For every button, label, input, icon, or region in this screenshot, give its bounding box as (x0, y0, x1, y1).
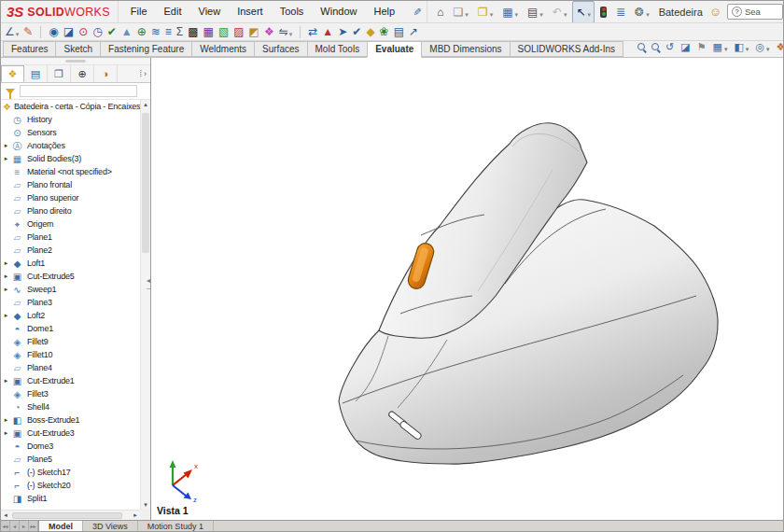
toolbar-button[interactable]: ▤ (524, 1, 547, 23)
panel-tab[interactable]: ❖ (1, 65, 24, 82)
view-tool[interactable] (651, 43, 659, 50)
tree-item[interactable]: ▱ Plane2 (1, 244, 140, 257)
toolbar-button[interactable]: ≣ (612, 4, 629, 21)
ribbon-tool[interactable]: ⊙ (78, 26, 88, 38)
document-tab[interactable]: Model (38, 521, 83, 531)
tree-item[interactable]: ▱ Plano frontal (1, 178, 140, 191)
menu-item[interactable]: Edit (156, 1, 190, 22)
toolbar-button[interactable] (596, 4, 610, 21)
expand-arrow-icon[interactable] (1, 416, 11, 424)
tree-item[interactable]: ▣ Cut-Extrude1 (1, 374, 140, 387)
tree-item[interactable]: ▱ Plane4 (1, 361, 140, 374)
tab-nav-button[interactable]: ◂◂ (1, 521, 10, 531)
tree-item[interactable]: ◆ Loft2 (1, 309, 140, 322)
scroll-thumb[interactable] (12, 512, 122, 519)
expand-arrow-icon[interactable] (1, 286, 11, 293)
ribbon-tool[interactable]: ▧ (218, 26, 229, 38)
tree-item[interactable]: ◆ Loft1 (1, 257, 140, 270)
scroll-right-icon[interactable]: ▸ (131, 511, 140, 519)
ribbon-tool[interactable]: ◪ (63, 26, 74, 38)
scroll-up-icon[interactable]: ▴ (141, 101, 150, 108)
tree-item[interactable]: ◈ Fillet3 (1, 387, 140, 400)
expand-arrow-icon[interactable] (1, 155, 11, 162)
ribbon-tool[interactable]: ≡ (165, 26, 172, 38)
tree-item[interactable]: ▣ Cut-Extrude5 (1, 270, 140, 283)
ribbon-tab[interactable]: MBD Dimensions (421, 41, 510, 57)
ribbon-tool[interactable]: ∠ (5, 23, 19, 40)
ribbon-tool[interactable]: ▲ (121, 26, 133, 38)
ribbon-tab[interactable]: SOLIDWORKS Add-Ins (510, 41, 623, 57)
document-tab[interactable]: 3D Views (83, 521, 138, 531)
ribbon-tool[interactable]: ◆ (366, 26, 374, 38)
menu-item[interactable]: Tools (272, 1, 313, 22)
menu-item[interactable]: Window (312, 1, 365, 22)
tree-item[interactable]: ◧ Boss-Extrude1 (1, 413, 140, 427)
panel-tab[interactable]: ◑ (94, 65, 118, 82)
ribbon-tab[interactable]: Fastening Feature (100, 41, 192, 57)
tree-filter-input[interactable] (20, 85, 137, 97)
panel-tab[interactable]: ▤ (24, 65, 48, 82)
tree-root-item[interactable]: ❖ Batedeira - certa - Cópia - Encaixes (… (1, 100, 140, 113)
scroll-thumb[interactable] (142, 113, 149, 253)
ribbon-tool[interactable]: ▦ (203, 26, 214, 38)
view-tool[interactable]: ❖ (777, 38, 784, 55)
expand-arrow-icon[interactable] (1, 142, 11, 149)
ribbon-tool[interactable]: ⊕ (137, 26, 147, 38)
tree-item[interactable]: ▱ Plano direito (1, 204, 140, 217)
tab-nav-button[interactable]: ▸ (20, 521, 29, 531)
ribbon-tool[interactable]: ✎ (23, 26, 33, 38)
tree-item[interactable]: ▱ Plane1 (1, 231, 140, 244)
view-tool[interactable]: ◎ (755, 38, 769, 55)
ribbon-tool[interactable]: ↗ (409, 26, 418, 38)
scroll-down-icon[interactable]: ▾ (141, 501, 150, 509)
tree-item[interactable]: ◷ History (1, 113, 140, 126)
tree-item[interactable]: ⌐ (-) Sketch20 (1, 479, 140, 492)
menu-item[interactable]: File (122, 1, 156, 22)
expand-arrow-icon[interactable] (1, 312, 11, 319)
scroll-left-icon[interactable]: ◂ (1, 511, 10, 519)
ribbon-tool[interactable]: ▤ (394, 26, 404, 38)
ribbon-tab[interactable]: Mold Tools (307, 41, 369, 57)
panel-drag-handle[interactable] (1, 58, 150, 65)
view-tool[interactable]: ◧ (734, 38, 749, 55)
view-tool[interactable]: ▦ (713, 38, 728, 55)
pin-icon[interactable]: ✎ (411, 2, 423, 21)
view-tool[interactable]: ↺ (665, 41, 674, 52)
panel-tab[interactable]: ❐ (48, 65, 71, 82)
tree-item[interactable]: ⊙ Sensors (1, 126, 140, 139)
toolbar-button[interactable]: ❏ (450, 1, 472, 23)
tab-nav-button[interactable]: ◂ (10, 521, 20, 531)
ribbon-tab[interactable]: Evaluate (367, 41, 422, 58)
tree-item[interactable]: ▱ Plane3 (1, 296, 140, 309)
tree-item[interactable]: ◓ Dome1 (1, 322, 140, 335)
tree-item[interactable]: ◨ Split1 (1, 492, 140, 505)
toolbar-button[interactable]: ▦ (498, 1, 522, 23)
expand-arrow-icon[interactable] (1, 273, 11, 280)
tree-item[interactable]: ◓ Dome3 (1, 440, 140, 453)
menu-item[interactable]: View (190, 1, 230, 22)
model-3d[interactable] (151, 58, 783, 520)
tree-item[interactable]: ◈ Fillet9 (1, 335, 140, 348)
menu-item[interactable]: Insert (229, 1, 272, 22)
tree-item[interactable]: ◔ Shell4 (1, 400, 140, 413)
tree-item[interactable]: Ⓐ Anotações (1, 139, 140, 152)
panel-splitter-icon[interactable]: ◂– (147, 277, 151, 292)
tree-horizontal-scrollbar[interactable]: ◂ ▸ (1, 510, 140, 520)
tree-item[interactable]: ≡ Material <not specified> (1, 165, 140, 178)
toolbar-button[interactable]: ↖ (572, 1, 595, 23)
ribbon-tool[interactable]: ✔ (107, 26, 117, 38)
feedback-smiley-icon[interactable]: ☺ (704, 5, 727, 19)
toolbar-button[interactable]: ❂ (631, 1, 653, 23)
ribbon-tab[interactable]: Sketch (55, 41, 101, 57)
panel-tab[interactable]: ⊕ (71, 65, 94, 82)
tree-item[interactable]: ⌐ (-) Sketch17 (1, 466, 140, 479)
ribbon-tool[interactable]: ◩ (249, 26, 259, 38)
panel-tab-overflow[interactable]: ⁞› (135, 65, 150, 82)
menu-item[interactable]: Help (365, 1, 403, 22)
ribbon-tab[interactable]: Features (3, 41, 56, 57)
tree-item[interactable]: ∿ Sweep1 (1, 283, 140, 296)
view-tool[interactable]: ⚑ (697, 41, 707, 52)
toolbar-button[interactable]: ⌂ (433, 4, 447, 21)
ribbon-tool[interactable]: ⇄ (308, 26, 317, 38)
tree-item[interactable]: ◈ Fillet10 (1, 348, 140, 361)
